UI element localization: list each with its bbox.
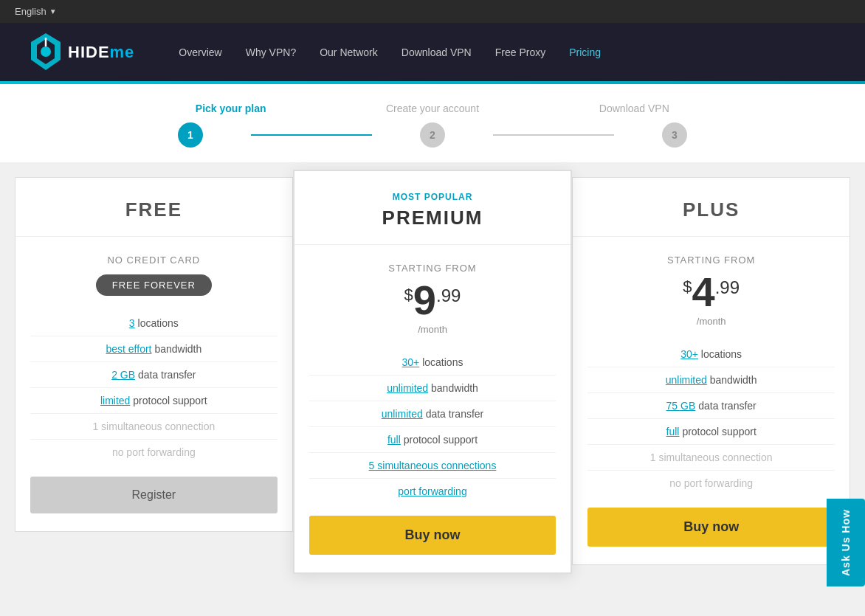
premium-buy-button[interactable]: Buy now (309, 516, 556, 555)
step3-label: Download VPN (599, 103, 669, 114)
plus-bandwidth: unlimited bandwidth (587, 367, 835, 393)
free-bandwidth: best effort bandwidth (30, 336, 278, 362)
step2-circle: 2 (420, 122, 445, 148)
plus-protocol: full protocol support (587, 419, 835, 445)
premium-bandwidth-label: bandwidth (431, 382, 478, 394)
premium-dollar: $ (404, 285, 413, 305)
free-protocol: limited protocol support (30, 388, 278, 414)
free-bandwidth-qualifier[interactable]: best effort (106, 343, 151, 355)
premium-plan-name: PREMIUM (309, 207, 556, 229)
nav-free-proxy[interactable]: Free Proxy (495, 46, 545, 58)
nav-why-vpn[interactable]: Why VPN? (246, 46, 296, 58)
plus-transfer-amount[interactable]: 75 GB (666, 400, 696, 412)
premium-price-row: $ 9 .99 (309, 280, 556, 321)
step1-label: Pick your plan (196, 103, 266, 114)
svg-point-2 (41, 46, 51, 57)
nav-overview[interactable]: Overview (179, 46, 221, 58)
plus-protocol-qualifier[interactable]: full (666, 426, 680, 437)
premium-locations-count[interactable]: 30+ (402, 356, 420, 368)
plus-card-body: STARTING FROM $ 4 .99 /month 30+ locatio… (573, 237, 850, 564)
logo[interactable]: HIDEme (30, 32, 134, 72)
premium-transfer: unlimited data transfer (309, 401, 556, 427)
step2-3-line (493, 134, 614, 136)
plus-protocol-label: protocol support (682, 426, 756, 437)
premium-locations-label: locations (422, 356, 463, 368)
premium-price-main: 9 (413, 280, 436, 321)
plus-locations-count[interactable]: 30+ (680, 348, 698, 360)
free-plan-name: FREE (30, 198, 278, 221)
plus-price-main: 4 (692, 271, 715, 313)
plus-bandwidth-qualifier[interactable]: unlimited (666, 374, 707, 386)
pricing-section: FREE NO CREDIT CARD FREE FOREVER 3 locat… (0, 162, 865, 603)
free-transfer-label: data transfer (138, 369, 196, 381)
free-locations: 3 locations (30, 311, 278, 336)
premium-protocol: full protocol support (309, 427, 556, 453)
premium-locations: 30+ locations (309, 350, 556, 376)
plus-port-forwarding: no port forwarding (587, 471, 835, 496)
premium-card-header: MOST POPULAR PREMIUM (294, 171, 571, 245)
free-connections-label: 1 simultaneous connection (92, 421, 215, 432)
plus-locations: 30+ locations (587, 342, 835, 367)
premium-bandwidth-qualifier[interactable]: unlimited (387, 382, 428, 394)
no-credit-label: NO CREDIT CARD (30, 255, 278, 266)
chat-bubble[interactable]: Ask Us How (827, 499, 865, 586)
plus-card-header: PLUS (573, 178, 850, 237)
nav-pricing[interactable]: Pricing (569, 46, 601, 58)
free-protocol-qualifier[interactable]: limited (100, 395, 130, 406)
plus-buy-button[interactable]: Buy now (587, 508, 835, 547)
steps-section: Pick your plan Create your account Downl… (0, 84, 865, 162)
premium-connections: 5 simultaneous connections (309, 453, 556, 479)
pricing-cards: FREE NO CREDIT CARD FREE FOREVER 3 locat… (15, 177, 850, 574)
premium-protocol-qualifier[interactable]: full (387, 434, 401, 446)
free-bandwidth-label: bandwidth (154, 343, 201, 355)
free-transfer: 2 GB data transfer (30, 362, 278, 388)
most-popular-badge: MOST POPULAR (309, 192, 556, 202)
premium-transfer-label: data transfer (426, 408, 484, 420)
logo-text: HIDEme (68, 43, 134, 62)
step3-circle: 3 (662, 122, 687, 148)
language-selector[interactable]: English ▼ (15, 6, 57, 17)
premium-transfer-qualifier[interactable]: unlimited (382, 408, 423, 420)
plus-dollar: $ (683, 277, 692, 297)
plus-port-label: no port forwarding (669, 477, 753, 489)
free-transfer-amount[interactable]: 2 GB (111, 369, 135, 381)
plus-plan-name: PLUS (587, 198, 835, 221)
navbar: HIDEme Overview Why VPN? Our Network Dow… (0, 23, 865, 81)
free-port-forwarding: no port forwarding (30, 440, 278, 465)
free-port-label: no port forwarding (112, 446, 196, 458)
plus-starting-from: STARTING FROM (587, 255, 835, 266)
plus-price-period: /month (587, 316, 835, 327)
plus-bandwidth-label: bandwidth (710, 374, 757, 386)
free-forever-badge: FREE FOREVER (96, 274, 212, 296)
step1-2-line (251, 134, 372, 136)
plus-transfer-label: data transfer (698, 400, 757, 412)
plus-connections-label: 1 simultaneous connection (650, 451, 773, 463)
nav-download-vpn[interactable]: Download VPN (402, 46, 472, 58)
plus-price-row: $ 4 .99 (587, 271, 835, 313)
free-card-body: NO CREDIT CARD FREE FOREVER 3 locations … (15, 237, 292, 531)
language-label: English (15, 6, 46, 17)
premium-starting-from: STARTING FROM (309, 263, 556, 274)
plus-plan-card: PLUS STARTING FROM $ 4 .99 /month 30+ lo… (572, 177, 850, 565)
free-locations-count[interactable]: 3 (129, 317, 135, 329)
premium-port-label[interactable]: port forwarding (398, 485, 466, 497)
free-plan-card: FREE NO CREDIT CARD FREE FOREVER 3 locat… (15, 177, 293, 532)
language-bar: English ▼ (0, 0, 865, 23)
premium-plan-card: MOST POPULAR PREMIUM STARTING FROM $ 9 .… (293, 170, 573, 574)
plus-connections: 1 simultaneous connection (587, 445, 835, 471)
nav-our-network[interactable]: Our Network (320, 46, 378, 58)
register-button[interactable]: Register (30, 477, 278, 513)
premium-protocol-label: protocol support (404, 434, 478, 446)
dropdown-arrow-icon: ▼ (49, 7, 57, 15)
premium-price-period: /month (309, 324, 556, 335)
plus-price-decimal: .99 (715, 277, 740, 298)
chat-label: Ask Us How (840, 509, 852, 576)
free-protocol-label: protocol support (133, 395, 207, 406)
premium-port-forwarding: port forwarding (309, 479, 556, 504)
logo-icon (30, 32, 62, 72)
premium-card-body: STARTING FROM $ 9 .99 /month 30+ locatio… (294, 245, 571, 572)
free-card-header: FREE (15, 178, 292, 237)
premium-connections-label: 5 simultaneous connections (369, 460, 497, 471)
nav-links: Overview Why VPN? Our Network Download V… (179, 46, 835, 58)
free-locations-label: locations (138, 317, 179, 329)
